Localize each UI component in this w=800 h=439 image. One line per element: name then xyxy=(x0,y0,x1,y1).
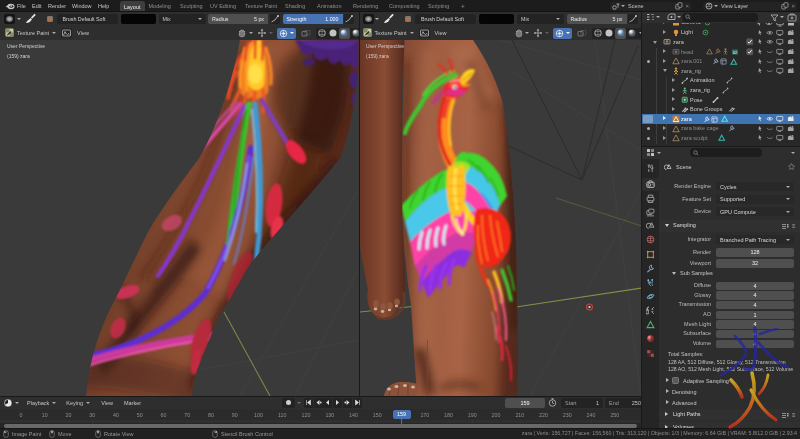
svg-text:62: 62 xyxy=(733,50,737,54)
